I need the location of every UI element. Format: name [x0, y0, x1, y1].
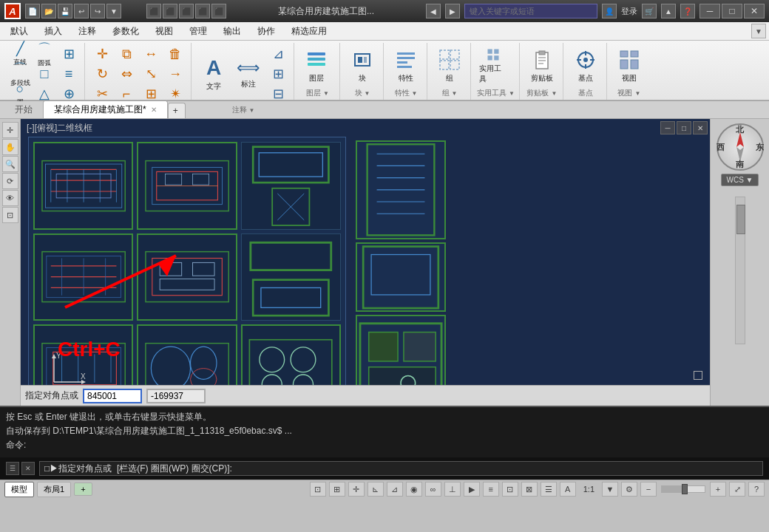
vp-maximize[interactable]: □ — [677, 121, 691, 134]
tab-active-doc[interactable]: 某综合用房建筑施工图* ✕ — [43, 100, 168, 118]
tab-add[interactable]: + — [168, 103, 186, 118]
menu-insert[interactable]: 插入 — [37, 23, 70, 40]
menu-extra-btn[interactable]: ▼ — [751, 24, 766, 38]
btn-utilities[interactable]: 实用工具 — [477, 45, 509, 86]
open-button[interactable]: 📂 — [41, 4, 56, 18]
ribbon-group-basepoint-label[interactable]: 基点 — [569, 88, 602, 98]
bb-ducs-icon[interactable]: ⊥ — [444, 482, 461, 497]
lt-crosshair[interactable]: ✛ — [2, 122, 18, 138]
zoom-slider[interactable] — [661, 485, 705, 493]
btn-explode[interactable]: ✴ — [164, 84, 186, 103]
ribbon-group-layer-label[interactable]: 图层▼ — [300, 88, 335, 98]
menu-default[interactable]: 默认 — [3, 23, 35, 40]
btn-arc[interactable]: ⌒ 圆弧 — [33, 44, 55, 64]
btn-clipboard[interactable]: 剪贴板 — [526, 45, 558, 86]
btn-mirror[interactable]: ⇔ — [115, 64, 138, 83]
lt-view[interactable]: 👁 — [2, 190, 18, 206]
bb-zoom-out[interactable]: − — [640, 482, 657, 497]
search-input[interactable] — [464, 4, 597, 18]
bb-polar-icon[interactable]: ⊿ — [387, 482, 403, 497]
lt-zoom[interactable]: 🔍 — [2, 156, 18, 172]
menu-annotate[interactable]: 注释 — [71, 23, 104, 40]
menu-collab[interactable]: 协作 — [250, 23, 282, 40]
menu-parametric[interactable]: 参数化 — [105, 23, 146, 40]
bb-model-icon[interactable]: ⊡ — [310, 482, 326, 497]
lt-pan[interactable]: ✋ — [2, 139, 18, 155]
bb-tp-icon[interactable]: ⊡ — [502, 482, 518, 497]
bb-lw-icon[interactable]: ≡ — [483, 482, 499, 497]
user-button[interactable]: 👤 — [602, 4, 617, 18]
undo-button[interactable]: ↩ — [74, 4, 89, 18]
btn-view[interactable]: 视图 — [613, 45, 646, 86]
btn-draw5[interactable]: ≡ — [58, 64, 80, 83]
bb-ws-icon[interactable]: ⚙ — [621, 482, 637, 497]
close-button[interactable]: ✕ — [744, 4, 765, 18]
bb-osnap-icon[interactable]: ◉ — [406, 482, 422, 497]
btn-extend[interactable]: → — [164, 64, 186, 83]
ribbon-group-annotate-label[interactable]: 注释▼ — [197, 105, 289, 115]
btn-stretch[interactable]: ↔ — [140, 44, 162, 64]
settings-button[interactable]: ▲ — [661, 4, 676, 18]
coord-x-input[interactable] — [83, 389, 142, 403]
maximize-button[interactable]: □ — [722, 4, 742, 18]
scrollbar-thumb[interactable] — [736, 205, 745, 234]
tb-extra5[interactable]: ⬛ — [211, 4, 226, 18]
more-button[interactable]: ▼ — [106, 4, 121, 18]
btn-basepoint[interactable]: 基点 — [569, 45, 602, 86]
wcs-badge[interactable]: WCS ▼ — [721, 174, 758, 186]
bb-grid-icon[interactable]: ⊞ — [329, 482, 345, 497]
btn-move[interactable]: ✛ — [91, 44, 113, 64]
cmd-icon-close[interactable]: ✕ — [21, 462, 35, 475]
bb-scale-icon[interactable]: ▼ — [602, 482, 618, 497]
tb-extra3[interactable]: ⬛ — [179, 4, 194, 18]
ribbon-group-clipboard-label[interactable]: 剪贴板▼ — [526, 88, 558, 98]
bb-otrack-icon[interactable]: ∞ — [425, 482, 441, 497]
bb-snap-icon[interactable]: ✛ — [348, 482, 365, 497]
cmd-icon-menu[interactable]: ☰ — [6, 462, 19, 475]
btn-block[interactable]: 块 — [346, 45, 379, 86]
menu-manage[interactable]: 管理 — [182, 23, 214, 40]
tb-extra2[interactable]: ⬛ — [163, 4, 177, 18]
bb-dyn-icon[interactable]: ▶ — [464, 482, 480, 497]
lt-section[interactable]: ⊡ — [2, 207, 18, 223]
btn-anno2[interactable]: ⊞ — [267, 64, 289, 83]
bb-fullscreen[interactable]: ⤢ — [729, 482, 745, 497]
redo-button[interactable]: ↪ — [90, 4, 105, 18]
bb-ortho-icon[interactable]: ⊾ — [367, 482, 384, 497]
btn-draw2[interactable]: □ — [33, 64, 55, 83]
btn-anno3[interactable]: ⊟ — [267, 84, 289, 103]
bb-ann-icon[interactable]: A — [560, 482, 576, 497]
arrow-right-btn[interactable]: ▶ — [445, 4, 460, 18]
ribbon-group-block-label[interactable]: 块▼ — [346, 88, 379, 98]
tab-start[interactable]: 开始 — [4, 101, 43, 118]
bb-zoom-in[interactable]: + — [710, 482, 726, 497]
new-button[interactable]: 📄 — [25, 4, 40, 18]
btn-anno1[interactable]: ⊿ — [267, 44, 289, 64]
tab-layout1[interactable]: 布局1 — [37, 482, 71, 497]
minimize-button[interactable]: ─ — [699, 4, 720, 18]
btn-properties[interactable]: 特性 — [390, 45, 422, 86]
lt-orbit[interactable]: ⟳ — [2, 173, 18, 189]
btn-layer[interactable]: 图层 — [300, 45, 333, 86]
btn-copy[interactable]: ⧉ — [115, 44, 138, 64]
btn-erase[interactable]: 🗑 — [164, 44, 186, 64]
bb-qp-icon[interactable]: ⊠ — [521, 482, 538, 497]
login-text[interactable]: 登录 — [621, 6, 637, 17]
vp-close[interactable]: ✕ — [693, 121, 708, 134]
ribbon-group-view-label[interactable]: 视图▼ — [613, 88, 646, 98]
command-input[interactable] — [39, 461, 763, 476]
arrow-left-btn[interactable]: ◀ — [426, 4, 441, 18]
btn-group[interactable]: 组 — [433, 45, 466, 86]
menu-view[interactable]: 视图 — [148, 23, 180, 40]
vp-minimize[interactable]: ─ — [660, 121, 675, 134]
help-button[interactable]: ❓ — [680, 4, 695, 18]
save-button[interactable]: 💾 — [58, 4, 72, 18]
tb-extra4[interactable]: ⬛ — [195, 4, 210, 18]
tb-extra1[interactable]: ⬛ — [146, 4, 161, 18]
tab-close-icon[interactable]: ✕ — [151, 106, 157, 114]
ribbon-group-group-label[interactable]: 组▼ — [433, 88, 466, 98]
bb-sc-icon[interactable]: ☰ — [541, 482, 557, 497]
tab-model[interactable]: 模型 — [4, 482, 34, 497]
ribbon-group-utilities-label[interactable]: 实用工具▼ — [477, 88, 515, 98]
menu-output[interactable]: 输出 — [216, 23, 248, 40]
